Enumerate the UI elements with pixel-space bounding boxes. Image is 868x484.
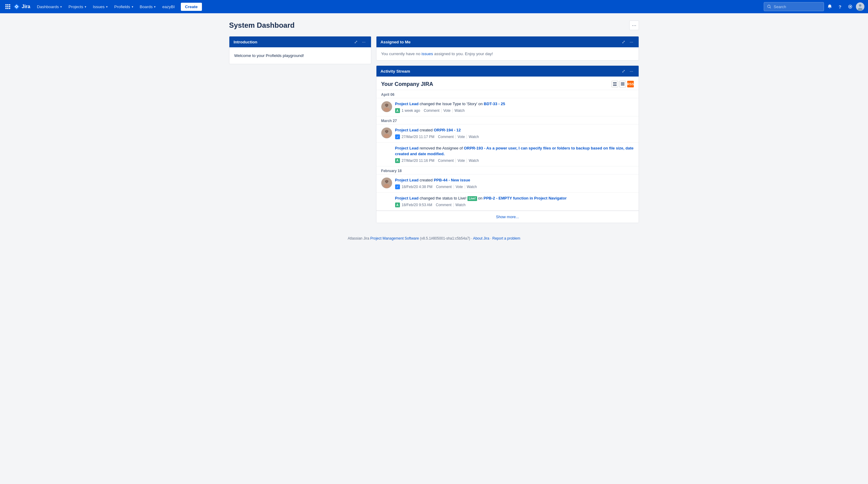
watch-link-orpr193[interactable]: Watch (467, 158, 481, 163)
activity-time-ppb44: 18/Feb/20 4:38 PM (402, 185, 433, 189)
activity-link-orpr194[interactable]: ORPR-194 - 12 (434, 128, 461, 132)
story-icon: A (395, 108, 400, 113)
vote-link-ppb44[interactable]: Vote (454, 185, 465, 189)
activity-text-orpr193: Project Lead removed the Assignee of ORP… (395, 146, 634, 156)
nav-profields[interactable]: Profields (111, 3, 136, 11)
assigned-expand-button[interactable]: ⤢ (621, 39, 627, 45)
nav-dashboards[interactable]: Dashboards (34, 3, 65, 11)
activity-link-bdt33[interactable]: BDT-33 - 25 (484, 101, 505, 106)
svg-rect-18 (621, 83, 624, 84)
watch-link-ppb2[interactable]: Watch (454, 203, 467, 207)
comment-link-ppb2[interactable]: Comment (434, 203, 454, 207)
nav-projects[interactable]: Projects (65, 3, 89, 11)
story-icon-3: A (395, 203, 400, 207)
watch-link-bdt33[interactable]: Watch (453, 109, 467, 113)
nav-boards[interactable]: Boards (137, 3, 159, 11)
activity-meta-orpr193: A 27/Mar/20 11:16 PM Comment Vote Watch (395, 158, 634, 163)
svg-rect-16 (613, 85, 617, 86)
story-icon-2: A (395, 158, 400, 163)
avatar-project-lead-2 (381, 127, 392, 138)
comment-link-bdt33[interactable]: Comment (422, 109, 441, 113)
svg-point-25 (387, 104, 388, 105)
search-input[interactable] (774, 4, 816, 9)
assigned-message-suffix: assigned to you. Enjoy your day! (433, 52, 493, 56)
vote-link-orpr193[interactable]: Vote (456, 158, 467, 163)
introduction-options-button[interactable]: ··· (361, 39, 367, 45)
comment-link-orpr193[interactable]: Comment (436, 158, 456, 163)
comment-link-orpr194[interactable]: Comment (436, 135, 456, 139)
page-title: System Dashboard (229, 21, 294, 30)
activity-link-ppb2[interactable]: PPB-2 - EMPTY function in Project Naviga… (484, 196, 567, 201)
activity-company-title: Your Company JIRA (381, 81, 433, 87)
svg-rect-19 (621, 84, 624, 85)
watch-link-ppb44[interactable]: Watch (465, 185, 479, 189)
activity-expand-button[interactable]: ⤢ (621, 68, 627, 74)
svg-point-30 (387, 131, 388, 132)
svg-point-34 (385, 181, 386, 181)
activity-item-ppb2: Project Lead changed the status to Live!… (376, 192, 639, 211)
activity-text-ppb2: Project Lead changed the status to Live!… (395, 195, 634, 201)
avatar-project-lead-3 (381, 178, 392, 188)
notifications-button[interactable] (825, 2, 834, 11)
assigned-to-me-gadget: Assigned to Me ⤢ ··· You currently have … (376, 36, 639, 61)
actor-name: Project Lead (395, 101, 418, 106)
svg-rect-6 (5, 8, 7, 9)
svg-point-29 (385, 131, 386, 132)
watch-link-orpr194[interactable]: Watch (467, 135, 481, 139)
svg-rect-5 (9, 6, 10, 7)
activity-text-ppb44: Project Lead created PPB-44 - New issue (395, 178, 634, 183)
activity-item-orpr194: Project Lead created ORPR-194 - 12 ✓ 27/… (376, 124, 639, 143)
user-avatar[interactable] (856, 2, 864, 11)
comment-link-ppb44[interactable]: Comment (434, 185, 454, 189)
main-navigation: Dashboards Projects Issues Profields Boa… (34, 3, 178, 11)
svg-rect-1 (7, 4, 8, 5)
activity-compact-view-button[interactable] (619, 81, 626, 87)
activity-gadget-header: Activity Stream ⤢ ··· (376, 66, 639, 77)
nav-issues[interactable]: Issues (90, 3, 111, 11)
svg-rect-2 (9, 4, 10, 5)
activity-time-ppb2: 18/Feb/20 9:53 AM (402, 203, 432, 207)
introduction-expand-button[interactable]: ⤢ (353, 39, 359, 45)
nav-eazybi[interactable]: eazyBI (159, 3, 178, 11)
svg-rect-15 (613, 84, 617, 84)
status-badge-live: Live! (467, 196, 477, 201)
svg-point-23 (384, 108, 390, 112)
app-switcher-button[interactable] (4, 2, 12, 11)
activity-link-ppb44[interactable]: PPB-44 - New issue (434, 178, 470, 182)
assigned-message-prefix: You currently have no (381, 52, 422, 56)
activity-gadget-body: Your Company JIRA RSS April 06 (376, 77, 639, 223)
show-more-button[interactable]: Show more... (376, 211, 639, 223)
introduction-gadget-body: Welcome to your Profields playground! (229, 47, 371, 64)
right-column: Assigned to Me ⤢ ··· You currently have … (376, 36, 639, 223)
assigned-gadget-title: Assigned to Me (381, 40, 411, 44)
footer-about-link[interactable]: About Jira (473, 236, 489, 241)
page-options-button[interactable]: ··· (629, 21, 639, 30)
vote-link-bdt33[interactable]: Vote (441, 109, 453, 113)
activity-options-button[interactable]: ··· (628, 68, 634, 74)
svg-rect-0 (5, 4, 7, 5)
page-footer: Atlassian Jira Project Management Softwa… (0, 230, 868, 246)
footer-report-link[interactable]: Report a problem (492, 236, 520, 241)
activity-rss-button[interactable]: RSS (627, 81, 634, 87)
avatar-image (856, 2, 864, 11)
help-button[interactable]: ? (835, 2, 844, 11)
activity-item-bdt33: Project Lead changed the Issue Type to '… (376, 98, 639, 116)
actor-name-4: Project Lead (395, 178, 418, 182)
activity-link-orpr193[interactable]: ORPR-193 - As a power user, I can specif… (395, 146, 633, 156)
footer-version: (v8.5.1#805001-sha1:c5b54a7) (420, 236, 470, 241)
create-button[interactable]: Create (181, 3, 202, 11)
activity-date-april06: April 06 (376, 90, 639, 98)
footer-software-link[interactable]: Project Management Software (370, 236, 419, 241)
assigned-issues-link[interactable]: issues (421, 52, 433, 56)
activity-meta-bdt33: A 1 week ago Comment Vote Watch (395, 108, 634, 113)
activity-list-view-button[interactable] (612, 81, 618, 87)
assigned-options-button[interactable]: ··· (628, 39, 634, 45)
vote-link-orpr194[interactable]: Vote (456, 135, 467, 139)
settings-button[interactable] (846, 2, 855, 11)
activity-meta-orpr194: ✓ 27/Mar/20 11:17 PM Comment Vote Watch (395, 134, 634, 139)
avatar-project-lead-1 (381, 101, 392, 112)
search-bar[interactable] (764, 2, 824, 11)
jira-logo[interactable]: Jira (13, 3, 30, 10)
activity-date-feb18: February 18 (376, 167, 639, 175)
activity-text-bdt33: Project Lead changed the Issue Type to '… (395, 101, 634, 107)
